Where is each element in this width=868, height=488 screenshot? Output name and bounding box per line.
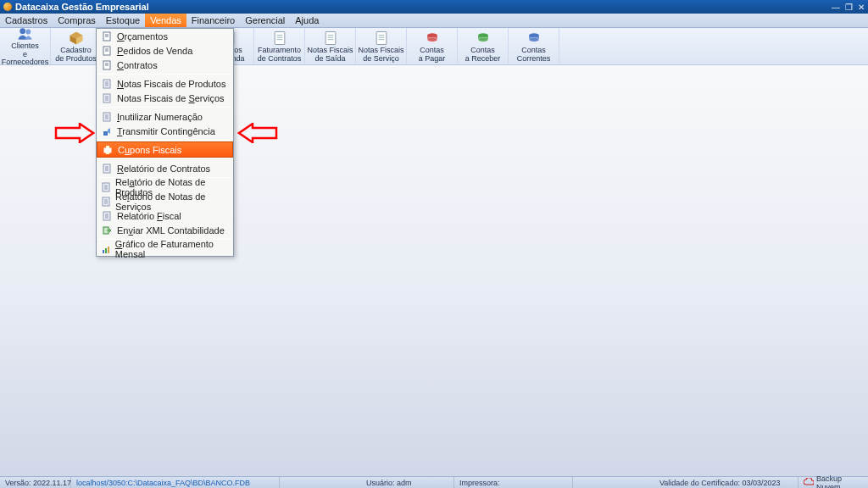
menuitem-gr-fico-de-faturamento-mensal[interactable]: Gráfico de Faturamento Mensal — [97, 241, 233, 256]
doc-grey-icon — [100, 78, 114, 90]
menuitem-transmitir-conting-ncia[interactable]: Transmitir Contingência — [97, 124, 233, 138]
menuitem-or-amentos[interactable]: Orçamentos — [97, 29, 233, 43]
status-usuario: adm — [397, 479, 412, 487]
toolbar-notas-fiscais-6[interactable]: Notas Fiscaisde Saída — [305, 28, 356, 64]
toolbar-clientes-0[interactable]: Clientese Fornecedores — [0, 28, 51, 64]
svg-rect-75 — [103, 250, 104, 253]
menuitem-label: Relatório Fiscal — [117, 211, 181, 221]
menu-separator — [98, 74, 231, 75]
status-usuario-label: Usuário: — [366, 479, 395, 487]
toolbar-label: Correntes — [517, 55, 551, 63]
annotation-arrow-left — [54, 123, 95, 143]
svg-rect-54 — [103, 131, 108, 136]
svg-rect-77 — [108, 247, 109, 253]
toolbar-label: e Fornecedores — [2, 51, 49, 67]
svg-rect-57 — [106, 152, 109, 154]
menuitem-contratos[interactable]: Contratos — [97, 58, 233, 72]
menuitem-label: Pedidos de Venda — [117, 46, 192, 56]
toolbar-label: de Produtos — [55, 55, 97, 63]
maximize-button[interactable]: ❐ — [845, 3, 853, 12]
menuitem-notas-fiscais-de-servi-os[interactable]: Notas Fiscais de Serviços — [97, 91, 233, 105]
menuitem-pedidos-de-venda[interactable]: Pedidos de Venda — [97, 43, 233, 58]
coins-blue-icon — [526, 30, 542, 47]
menuitem-relat-rio-de-notas-de-servi-os[interactable]: Relatório de Notas de Serviços — [97, 194, 233, 208]
svg-rect-23 — [376, 32, 387, 45]
menuitem-enviar-xml-contabilidade[interactable]: Enviar XML Contabilidade — [97, 223, 233, 237]
statusbar: Versão: 2022.11.17 localhost/3050:C:\Dat… — [0, 476, 868, 488]
menuitem-label: Relatório de Notas de Serviços — [115, 191, 228, 212]
doc-grey-icon — [100, 92, 114, 104]
menubar: CadastrosComprasEstoqueVendasFinanceiroG… — [0, 14, 868, 28]
minimize-button[interactable]: — — [832, 3, 840, 12]
menuitem-relat-rio-de-contratos[interactable]: Relatório de Contratos — [97, 161, 233, 175]
menuitem-label: Inutilizar Numeração — [117, 112, 203, 122]
svg-rect-19 — [326, 32, 336, 45]
menu-separator — [98, 158, 231, 159]
doc-grey-icon — [100, 196, 112, 208]
toolbar-cadastro-1[interactable]: Cadastrode Produtos — [51, 28, 102, 64]
svg-rect-56 — [106, 146, 109, 148]
toolbar-contas-10[interactable]: ContasCorrentes — [509, 28, 559, 64]
window-title: Datacaixa Gestão Empresarial — [15, 2, 149, 12]
menuitem-label: Notas Fiscais de Produtos — [117, 79, 225, 89]
status-certificado: 03/03/2023 — [742, 479, 780, 487]
menu-ajuda[interactable]: Ajuda — [290, 14, 324, 27]
doc-icon — [100, 30, 114, 42]
status-versao-label: Versão: — [5, 479, 31, 487]
menu-gerencial[interactable]: Gerencial — [240, 14, 290, 27]
menuitem-label: Orçamentos — [117, 31, 168, 42]
menuitem-notas-fiscais-de-produtos[interactable]: Notas Fiscais de Produtos — [97, 76, 233, 91]
doc-grey-icon — [100, 181, 112, 193]
menuitem-label: Gráfico de Faturamento Mensal — [115, 239, 228, 259]
status-certificado-label: Validade do Certificado: — [659, 479, 740, 487]
people-icon — [17, 25, 34, 42]
annotation-arrow-right — [237, 123, 278, 143]
menu-estoque[interactable]: Estoque — [101, 14, 145, 27]
toolbar-label: a Pagar — [419, 55, 446, 63]
app-icon — [3, 3, 12, 11]
coins-red-icon — [424, 30, 441, 47]
vendas-dropdown-menu: OrçamentosPedidos de VendaContratosNotas… — [96, 28, 234, 257]
toolbar-label: de Serviço — [363, 55, 399, 63]
status-host[interactable]: localhost/3050:C:\Datacaixa_FAQ\BD\BANCO… — [76, 479, 250, 487]
svg-point-1 — [25, 30, 31, 35]
sheet-icon — [271, 30, 288, 47]
status-impressora-label: Impressora: — [459, 479, 500, 487]
toolbar-label: de Saída — [314, 55, 345, 63]
cloud-icon — [804, 478, 814, 488]
svg-rect-15 — [275, 32, 285, 45]
menuitem-inutilizar-numera-o[interactable]: Inutilizar Numeração — [97, 109, 233, 124]
chart-icon — [100, 243, 112, 255]
toolbar-contas-9[interactable]: Contasa Receber — [458, 28, 509, 64]
doc-grey-icon — [100, 210, 114, 222]
export-icon — [100, 225, 114, 236]
transmit-icon — [100, 125, 114, 137]
menu-compras[interactable]: Compras — [53, 14, 101, 27]
sheet-icon — [322, 30, 339, 47]
menuitem-label: Transmitir Contingência — [117, 126, 215, 136]
window-titlebar: Datacaixa Gestão Empresarial — ❐ ✕ — [0, 0, 868, 14]
menuitem-label: Notas Fiscais de Serviços — [117, 93, 225, 103]
toolbar-notas-fiscais-7[interactable]: Notas Fiscaisde Serviço — [356, 28, 407, 64]
toolbar-label: a Receber — [465, 55, 501, 63]
doc-grey-icon — [100, 111, 114, 123]
menu-financeiro[interactable]: Financeiro — [186, 14, 240, 27]
box-icon — [68, 30, 85, 47]
doc-icon — [100, 45, 114, 57]
status-backup[interactable]: Backup Nuvem — [816, 474, 863, 489]
menuitem-label: Contratos — [117, 60, 158, 70]
toolbar-contas-8[interactable]: Contasa Pagar — [407, 28, 458, 64]
doc-grey-icon — [100, 163, 114, 175]
menuitem-label: Cupons Fiscais — [118, 145, 181, 155]
toolbar-label: de Contratos — [258, 55, 302, 63]
toolbar-faturamento-5[interactable]: Faturamentode Contratos — [254, 28, 305, 64]
menu-separator — [98, 140, 231, 141]
svg-point-0 — [19, 29, 25, 35]
close-button[interactable]: ✕ — [858, 3, 865, 12]
sheet-icon — [373, 30, 390, 47]
printer-icon — [101, 144, 114, 156]
menu-vendas[interactable]: Vendas — [145, 14, 186, 27]
menuitem-label: Enviar XML Contabilidade — [117, 225, 225, 236]
menuitem-cupons-fiscais[interactable]: Cupons Fiscais — [97, 141, 233, 158]
coins-green-icon — [475, 30, 492, 47]
